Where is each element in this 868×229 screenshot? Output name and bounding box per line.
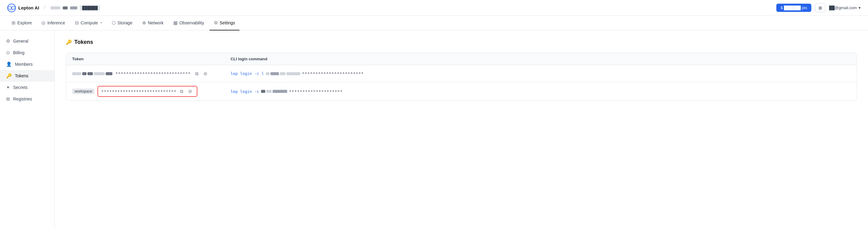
copy-token-button-row2[interactable]: ⧉ [179, 88, 185, 95]
nav-item-settings[interactable]: ⚙ Settings [210, 16, 239, 30]
logo-area: Lepton AI [7, 4, 39, 12]
nav-inference-label: Inference [47, 21, 65, 25]
cli-blob2 [271, 72, 279, 75]
registries-icon: ⊞ [6, 96, 10, 102]
cli-blob4 [286, 72, 300, 75]
breadcrumb-divider: / [44, 5, 46, 11]
col-header-cli: CLI login command [224, 53, 857, 65]
reveal-token-button-row1[interactable]: ⊘ [202, 70, 209, 77]
sidebar-item-billing[interactable]: ⊙ Billing [0, 47, 55, 59]
sidebar-item-members[interactable]: 👤 Members [0, 59, 55, 70]
cli-cell-row1: lep login -c l *********************** [224, 68, 857, 79]
cli-blobs-row1 [266, 72, 300, 75]
highlighted-token-box: **************************** ⧉ ⊘ [97, 86, 197, 97]
cli-masked-row2: ******************** [289, 89, 343, 94]
general-gear-icon: ⚙ [6, 38, 10, 44]
nav-item-observability[interactable]: ▦ Observability [169, 16, 208, 30]
project-badge: ██████ [80, 5, 100, 11]
blob3 [87, 72, 93, 75]
reveal-token-button-row2[interactable]: ⊘ [187, 88, 194, 95]
cli-blob-r2-2 [266, 90, 272, 93]
sidebar: ⚙ General ⊙ Billing 👤 Members 🔑 Tokens ✦… [0, 30, 55, 229]
breadcrumb: ██████ [51, 5, 100, 11]
nav-item-storage[interactable]: ⬡ Storage [107, 16, 137, 30]
cli-blob-r2-1 [261, 90, 265, 93]
sidebar-billing-label: Billing [13, 50, 24, 55]
compute-chevron-icon: ▾ [100, 21, 102, 24]
content-area: 🔑 Tokens Token CLI login command [55, 30, 868, 229]
brain-icon: ◎ [41, 20, 45, 26]
chevron-down-icon: ▾ [859, 5, 861, 10]
main-layout: ⚙ General ⊙ Billing 👤 Members 🔑 Tokens ✦… [0, 30, 868, 229]
topbar-right: $ ██████ pts ▦ ██@gmail.com ▾ [776, 3, 861, 12]
token-cell-row2: workspace **************************** ⧉… [66, 82, 224, 100]
table-row: **************************** ⧉ ⊘ lep log… [66, 65, 857, 82]
table-row: workspace **************************** ⧉… [66, 82, 857, 100]
token-workspace-badge: workspace [72, 89, 94, 94]
sidebar-registries-label: Registries [13, 97, 32, 101]
sidebar-item-tokens[interactable]: 🔑 Tokens [0, 70, 55, 81]
cli-command-row2: lep login -c [230, 89, 259, 94]
nav-storage-label: Storage [118, 21, 132, 25]
secrets-icon: ✦ [6, 85, 10, 90]
token-masked-row1: **************************** [116, 71, 191, 76]
token-actions-row1: ⧉ ⊘ [194, 70, 209, 77]
cli-command-row1: lep login -c l [230, 71, 264, 76]
token-actions-row2: ⧉ ⊘ [179, 88, 194, 95]
nav-item-compute[interactable]: ⊟ Compute ▾ [71, 16, 106, 30]
tokens-table: Token CLI login command ****************… [66, 53, 857, 101]
chart-icon: ▦ [173, 20, 178, 26]
sidebar-members-label: Members [15, 62, 33, 67]
col-header-token: Token [66, 53, 224, 65]
lepton-logo [7, 4, 16, 12]
layers-icon: ⊞ [11, 20, 16, 26]
sidebar-item-secrets[interactable]: ✦ Secrets [0, 81, 55, 93]
cli-blob-r2-3 [273, 90, 287, 93]
blob2 [82, 72, 87, 75]
section-heading: Tokens [74, 39, 93, 45]
workspace-blob2 [63, 6, 68, 9]
token-cell-row1: **************************** ⧉ ⊘ [66, 66, 224, 81]
token-name-blobs [72, 72, 113, 75]
globe-icon: ⊕ [142, 20, 146, 26]
nav-item-network[interactable]: ⊕ Network [138, 16, 168, 30]
user-email: ██@gmail.com [829, 5, 857, 10]
nav-item-explore[interactable]: ⊞ Explore [7, 16, 36, 30]
topbar: Lepton AI / ██████ $ ██████ pts ▦ ██@gma… [0, 0, 868, 16]
nav-item-inference[interactable]: ◎ Inference [37, 16, 69, 30]
cli-blob1 [266, 72, 270, 75]
svg-point-2 [11, 7, 12, 8]
cli-blobs-row2 [261, 90, 287, 93]
section-title: 🔑 Tokens [66, 39, 857, 45]
sidebar-general-label: General [13, 39, 28, 43]
nav-network-label: Network [148, 21, 163, 25]
sidebar-item-registries[interactable]: ⊞ Registries [0, 93, 55, 105]
copy-token-button-row1[interactable]: ⧉ [194, 70, 200, 77]
section-key-icon: 🔑 [66, 39, 72, 45]
calendar-icon: ▦ [818, 5, 822, 10]
sidebar-tokens-label: Tokens [15, 73, 28, 78]
table-header: Token CLI login command [66, 53, 857, 65]
grid-icon: ⊟ [75, 20, 79, 26]
nav-compute-label: Compute [81, 21, 98, 25]
blob4 [94, 72, 105, 75]
token-masked-row2: **************************** [101, 89, 176, 94]
calendar-button[interactable]: ▦ [815, 3, 825, 12]
cli-masked-row1: *********************** [302, 71, 364, 76]
sidebar-item-general[interactable]: ⚙ General [0, 35, 55, 47]
billing-icon: ⊙ [6, 50, 10, 56]
box-icon: ⬡ [112, 20, 116, 26]
main-nav: ⊞ Explore ◎ Inference ⊟ Compute ▾ ⬡ Stor… [0, 16, 868, 30]
nav-settings-label: Settings [220, 21, 235, 25]
sidebar-secrets-label: Secrets [13, 85, 27, 90]
blob1 [72, 72, 81, 75]
blob5 [106, 72, 113, 75]
workspace-blob3 [70, 6, 78, 9]
workspace-name-blob [51, 6, 60, 9]
tokens-key-icon: 🔑 [6, 73, 12, 78]
nav-explore-label: Explore [18, 21, 32, 25]
user-menu[interactable]: ██@gmail.com ▾ [829, 5, 861, 10]
members-icon: 👤 [6, 62, 12, 67]
credits-button[interactable]: $ ██████ pts [776, 4, 811, 12]
nav-observability-label: Observability [179, 21, 204, 25]
